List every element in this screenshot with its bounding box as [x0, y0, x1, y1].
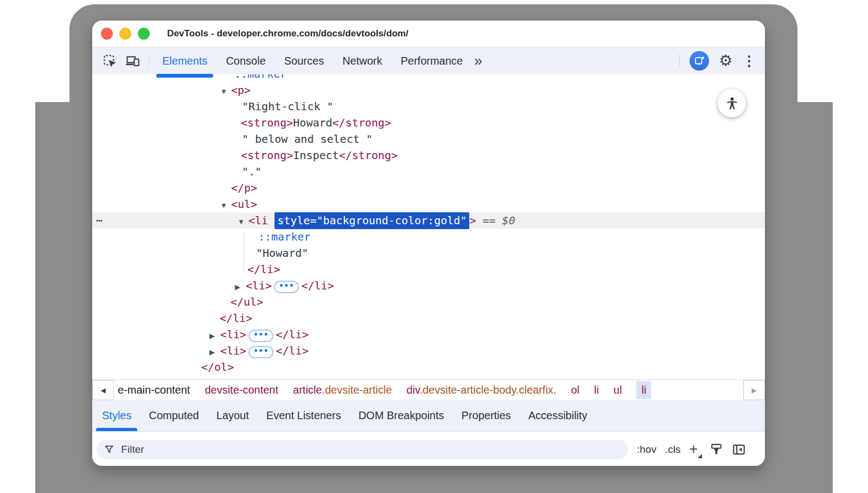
tab-properties[interactable]: Properties [453, 400, 520, 431]
collapse-arrow-icon[interactable]: ▼ [238, 214, 248, 230]
device-toolbar-icon [125, 54, 140, 68]
breadcrumb-element-classes: .devsite-article-body.clearfix. [419, 384, 556, 396]
dock-side-toggle-button[interactable] [732, 443, 746, 457]
plus-icon: + [689, 441, 698, 457]
dom-tree-row[interactable]: ▼<ul> [92, 196, 765, 212]
code-line: ▼<ul> [220, 196, 257, 214]
close-window-button[interactable] [101, 28, 113, 40]
dom-tree: ::marker▼<p>"Right-click "<strong>Howard… [92, 74, 765, 380]
breadcrumb-item-ul[interactable]: ul [614, 384, 622, 396]
code-line: "Right-click " [242, 98, 334, 115]
collapse-arrow-icon[interactable]: ▼ [220, 84, 231, 100]
dom-tree-row[interactable]: ▶<li>•••</li> [92, 277, 765, 294]
expand-arrow-icon[interactable]: ▶ [209, 328, 220, 344]
code-line: ::marker [258, 229, 310, 245]
text-token: Howard [293, 116, 332, 129]
ai-assistant-button[interactable] [690, 51, 709, 71]
expand-inline-button[interactable]: ••• [274, 281, 299, 293]
code-line: ::marker [234, 74, 286, 82]
tab-accessibility[interactable]: Accessibility [520, 400, 596, 431]
tag-token: </ul> [231, 295, 263, 308]
breadcrumb-element-name: li [641, 384, 646, 396]
tab-dom-breakpoints[interactable]: DOM Breakpoints [350, 400, 453, 431]
breadcrumb-scroll-left-button[interactable]: ◀ [92, 380, 114, 400]
tag-token: </li> [276, 344, 308, 357]
tag-token: <ul> [231, 198, 257, 211]
dom-tree-row[interactable]: ▶<li>•••</li> [92, 343, 765, 359]
tag-token: </strong> [339, 149, 398, 162]
selected-attribute[interactable]: style="background-color:gold" [275, 212, 469, 229]
paint-brush-icon [710, 443, 723, 456]
breadcrumb-item-article[interactable]: article.devsite-article [293, 384, 392, 396]
tab-layout[interactable]: Layout [208, 400, 258, 431]
rendering-emulation-button[interactable] [710, 443, 723, 456]
minimize-window-button[interactable] [119, 28, 131, 40]
dom-tree-row[interactable]: </li> [92, 310, 765, 326]
settings-button[interactable]: ⚙ [719, 53, 732, 68]
tag-token: </p> [231, 181, 257, 194]
breadcrumb-item-devsite-content[interactable]: devsite-content [205, 384, 278, 396]
dom-tree-row[interactable]: </li> [92, 261, 765, 277]
tab-event-listeners[interactable]: Event Listeners [258, 400, 350, 431]
expand-inline-button[interactable]: ••• [248, 330, 273, 342]
dom-tree-row[interactable]: ▶<li>•••</li> [92, 326, 765, 343]
tab-styles[interactable]: Styles [93, 400, 140, 431]
dom-tree-row[interactable]: <strong>Inspect</strong> [92, 147, 765, 163]
tag-token: <li> [246, 279, 272, 292]
breadcrumb-item-li[interactable]: li [594, 384, 599, 396]
dom-tree-row[interactable]: ▼<p> [92, 82, 765, 98]
breadcrumb-item-li-selected[interactable]: li [636, 381, 651, 399]
toolbar-right-icons: ⚙ ⋮ [679, 51, 758, 71]
new-style-rule-button[interactable]: + [689, 442, 701, 457]
dom-tree-row[interactable]: <strong>Howard</strong> [92, 115, 765, 131]
dom-tree-row[interactable]: "Howard" [92, 245, 765, 261]
dom-tree-row[interactable]: </ol> [92, 359, 765, 375]
styles-filter-input[interactable] [120, 443, 621, 456]
filter-pill[interactable] [97, 440, 628, 459]
breadcrumb-element-name: ol [571, 384, 579, 396]
tag-token: </li> [276, 328, 308, 341]
breadcrumb-scroll-right-button[interactable]: ▶ [743, 380, 765, 400]
tab-computed[interactable]: Computed [140, 400, 207, 431]
breadcrumb-element-name: li [594, 384, 599, 396]
more-menu-button[interactable]: ⋮ [742, 54, 756, 68]
pseudo-state-toggle[interactable]: :hov [637, 444, 656, 456]
tab-sources[interactable]: Sources [275, 47, 333, 74]
breadcrumb-item-e-main-content[interactable]: e-main-content [118, 384, 190, 396]
dom-tree-row[interactable]: </ul> [92, 294, 765, 310]
inspect-element-button[interactable] [102, 52, 117, 69]
dom-tree-row-selected[interactable]: ⋯▼<li style="background-color:gold"> == … [92, 212, 765, 229]
expand-arrow-icon[interactable]: ▶ [209, 344, 220, 361]
dom-tree-row[interactable]: "Right-click " [92, 98, 765, 115]
code-line: " below and select " [242, 131, 373, 147]
dom-tree-row[interactable]: "." [92, 163, 765, 180]
breadcrumb-item-div[interactable]: div.devsite-article-body.clearfix. [406, 384, 556, 396]
tag-token: > [469, 214, 476, 227]
collapse-arrow-icon[interactable]: ▼ [220, 198, 231, 214]
accessibility-fab[interactable] [718, 89, 746, 117]
tag-token: <li> [220, 344, 246, 357]
expand-inline-button[interactable]: ••• [248, 346, 273, 358]
dom-tree-row[interactable]: ::marker [92, 229, 765, 245]
row-more-actions-icon[interactable]: ⋯ [96, 212, 103, 229]
code-line: </ul> [231, 294, 263, 310]
tab-console[interactable]: Console [216, 47, 275, 74]
breadcrumb-item-ol[interactable]: ol [571, 384, 579, 396]
styles-panel-tabs: StylesComputedLayoutEvent ListenersDOM B… [92, 400, 765, 432]
tag-token: <strong> [241, 116, 293, 129]
window-title: DevTools - developer.chrome.com/docs/dev… [167, 28, 409, 39]
more-tabs-button[interactable]: » [474, 54, 482, 68]
code-line: </ol> [201, 359, 234, 375]
element-classes-toggle[interactable]: .cls [665, 444, 681, 456]
tag-token: </strong> [333, 116, 391, 129]
accessibility-person-icon [725, 96, 739, 111]
zoom-window-button[interactable] [138, 28, 150, 40]
tab-performance[interactable]: Performance [392, 47, 473, 74]
code-line: ▶<li>•••</li> [209, 326, 309, 344]
dom-tree-row[interactable]: </p> [92, 180, 765, 196]
device-toolbar-button[interactable] [125, 52, 140, 69]
tab-network[interactable]: Network [333, 47, 391, 74]
tab-elements[interactable]: Elements [153, 47, 216, 74]
expand-arrow-icon[interactable]: ▶ [235, 279, 246, 295]
dom-tree-row[interactable]: " below and select " [92, 131, 765, 147]
